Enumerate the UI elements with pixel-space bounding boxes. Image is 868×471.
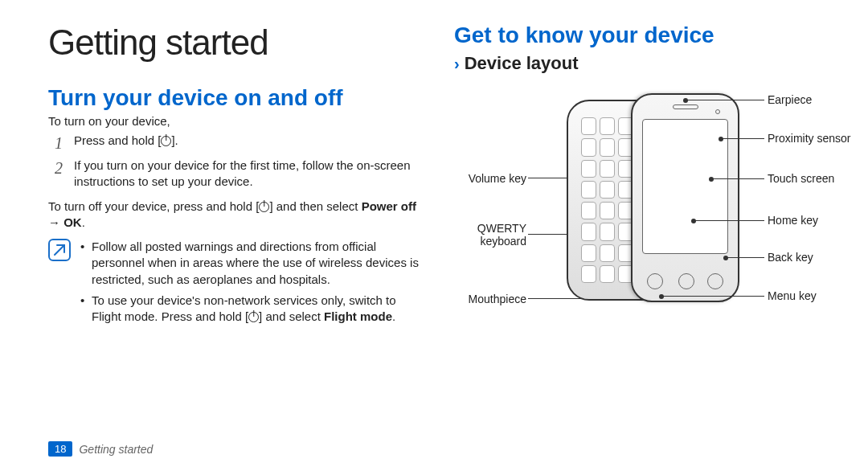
- chevron-icon: ›: [454, 55, 460, 73]
- phone-body-shape: [631, 93, 739, 302]
- label-home-key: Home key: [768, 214, 818, 227]
- step-1: 1 Press and hold [].: [55, 133, 422, 154]
- leader-line: [661, 296, 764, 297]
- power-icon: [259, 202, 269, 212]
- steps-list: 1 Press and hold []. 2 If you turn on yo…: [48, 133, 422, 190]
- step-1-text: Press and hold [].: [74, 133, 178, 149]
- menu-key-shape: [647, 273, 663, 289]
- label-qwerty: QWERTY keyboard: [454, 222, 526, 248]
- label-touch-screen: Touch screen: [768, 172, 834, 185]
- step-2: 2 If you turn on your device for the fir…: [55, 158, 422, 190]
- page-number: 18: [48, 441, 72, 457]
- step-2-text: If you turn on your device for the first…: [74, 158, 422, 190]
- turn-off-paragraph: To turn off your device, press and hold …: [48, 199, 422, 231]
- back-key-shape: [707, 273, 723, 289]
- right-column: Get to know your device › Device layout …: [454, 23, 828, 471]
- note-item-1: Follow all posted warnings and direction…: [80, 239, 422, 288]
- note-bullets: Follow all posted warnings and direction…: [80, 239, 422, 330]
- leader-line: [721, 138, 764, 139]
- page-title: Getting started: [48, 23, 422, 63]
- proximity-sensor-shape: [715, 109, 720, 114]
- leader-line: [711, 178, 764, 179]
- footer-section-name: Getting started: [79, 443, 153, 456]
- leader-line: [726, 257, 764, 258]
- leader-line: [694, 220, 764, 221]
- earpiece-shape: [673, 104, 698, 109]
- device-diagram: Volume key QWERTY keyboard Mouthpiece: [454, 85, 828, 326]
- heading-turn-on-off: Turn your device on and off: [48, 85, 422, 111]
- intro-turn-on: To turn on your device,: [48, 114, 422, 128]
- heading-get-to-know: Get to know your device: [454, 23, 828, 48]
- power-icon: [248, 312, 259, 322]
- label-proximity-sensor: Proximity sensor: [768, 132, 850, 145]
- subhead-device-layout: › Device layout: [454, 53, 828, 74]
- power-icon: [161, 136, 171, 146]
- label-back-key: Back key: [768, 251, 813, 264]
- step-number: 2: [55, 158, 66, 179]
- label-earpiece: Earpiece: [768, 93, 812, 106]
- left-column: Getting started Turn your device on and …: [48, 23, 422, 471]
- note-icon: [48, 239, 71, 261]
- leader-line: [686, 100, 764, 100]
- label-menu-key: Menu key: [768, 289, 817, 302]
- touch-screen-shape: [642, 119, 728, 254]
- leader-line: [528, 178, 571, 178]
- note-item-2: To use your device's non-network service…: [80, 293, 422, 326]
- label-mouthpiece: Mouthpiece: [454, 293, 526, 305]
- page-footer: 18 Getting started: [48, 441, 153, 457]
- home-key-shape: [678, 273, 694, 289]
- step-number: 1: [55, 133, 66, 154]
- device-illustration: [567, 93, 739, 306]
- label-volume-key: Volume key: [454, 172, 526, 185]
- note-block: Follow all posted warnings and direction…: [48, 239, 422, 330]
